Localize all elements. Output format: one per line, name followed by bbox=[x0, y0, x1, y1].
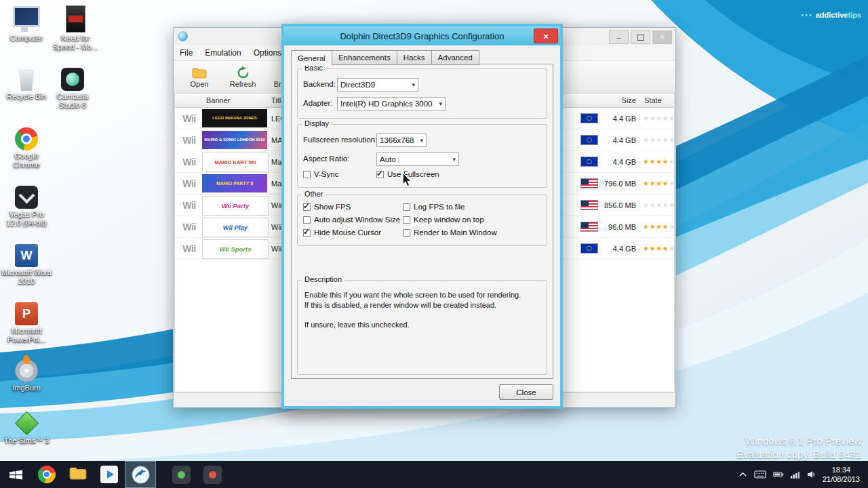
keep-window-on-top-checkbox[interactable]: Keep window on top bbox=[403, 215, 484, 224]
vsync-checkbox[interactable]: V-Sync bbox=[303, 169, 338, 179]
camtasia-icon bbox=[61, 61, 84, 91]
taskbar: 18:34 21/08/2013 bbox=[0, 461, 868, 488]
column-size[interactable]: Size bbox=[599, 94, 636, 107]
wii-platform-logo: Wii bbox=[178, 129, 201, 150]
desktop-icon-vegas-pro[interactable]: Vegas Pro 12.0 (64-bit) bbox=[1, 179, 52, 227]
icon-label: Recycle Bin bbox=[7, 92, 46, 101]
adapter-dropdown[interactable]: Intel(R) HD Graphics 3000 ▾ bbox=[337, 97, 446, 110]
checkbox-icon bbox=[303, 171, 311, 178]
aspect-ratio-value: Auto bbox=[380, 155, 396, 163]
site-watermark: •••addictivetips bbox=[801, 11, 861, 19]
desktop-icon-chrome[interactable]: Google Chrome bbox=[1, 121, 52, 169]
hide-mouse-cursor-checkbox[interactable]: Hide Mouse Cursor bbox=[303, 228, 381, 237]
network-icon[interactable] bbox=[791, 471, 800, 479]
wii-platform-logo: Wii bbox=[178, 108, 201, 129]
app-icon bbox=[203, 466, 222, 484]
desktop-icon-sims3[interactable]: The Sims™ 3 bbox=[1, 405, 52, 445]
log-fps-checkbox[interactable]: Log FPS to file bbox=[403, 202, 465, 211]
taskbar-app-green[interactable] bbox=[165, 461, 197, 488]
battery-icon[interactable] bbox=[773, 471, 784, 478]
use-fullscreen-checkbox[interactable]: Use Fullscreen bbox=[376, 169, 439, 179]
wii-platform-logo: Wii bbox=[178, 195, 201, 216]
taskbar-file-explorer[interactable] bbox=[62, 461, 94, 488]
dots-icon: ••• bbox=[801, 11, 813, 19]
game-banner: Wii Play bbox=[202, 218, 269, 237]
icon-label: Microsoft PowerPoi... bbox=[1, 327, 52, 344]
aspect-ratio-dropdown[interactable]: Auto ▾ bbox=[376, 152, 459, 166]
icon-label: Camtasia Studio 8 bbox=[47, 92, 98, 109]
rating-stars: ★★★★★ bbox=[643, 129, 675, 150]
region-flag bbox=[580, 113, 598, 123]
tray-time: 18:34 bbox=[823, 465, 860, 474]
taskbar-media-player[interactable] bbox=[94, 461, 125, 488]
description-line: If this is disabled, a render window wil… bbox=[304, 300, 540, 310]
region-flag bbox=[580, 135, 598, 145]
taskbar-clock[interactable]: 18:34 21/08/2013 bbox=[823, 465, 860, 485]
chevron-down-icon: ▾ bbox=[408, 81, 415, 88]
show-fps-checkbox[interactable]: Show FPS bbox=[303, 202, 351, 211]
column-banner[interactable]: Banner bbox=[206, 94, 230, 107]
auto-adjust-window-size-checkbox[interactable]: Auto adjust Window Size bbox=[303, 215, 400, 224]
taskbar-chrome[interactable] bbox=[31, 461, 62, 488]
display-group: Display Fullscreen resolution: 1366x768 … bbox=[297, 124, 547, 188]
show-hidden-icons-chevron[interactable] bbox=[738, 472, 747, 478]
adapter-label: Adapter: bbox=[303, 99, 332, 107]
dialog-close-button[interactable]: × bbox=[534, 28, 558, 43]
volume-icon[interactable] bbox=[807, 470, 816, 479]
wii-platform-logo: Wii bbox=[178, 151, 201, 172]
rating-stars: ★★★★★ bbox=[643, 173, 675, 194]
render-to-main-window-checkbox[interactable]: Render to Main Window bbox=[403, 228, 497, 237]
tab-general[interactable]: General bbox=[291, 50, 332, 66]
rating-stars: ★★★★★ bbox=[643, 195, 675, 216]
icon-label: ImgBurn bbox=[12, 384, 41, 392]
close-button[interactable]: Close bbox=[499, 384, 553, 400]
folder-icon bbox=[192, 66, 207, 80]
desktop-icon-word[interactable]: W Microsoft Word 2010 bbox=[1, 237, 52, 285]
game-size: 4.4 GB bbox=[599, 151, 636, 172]
wii-platform-logo: Wii bbox=[178, 216, 201, 237]
desktop-icon-powerpoint[interactable]: P Microsoft PowerPoi... bbox=[1, 296, 52, 344]
description-line: Enable this if you want the whole screen… bbox=[304, 290, 540, 300]
column-state[interactable]: State bbox=[644, 94, 662, 107]
start-button[interactable] bbox=[0, 461, 31, 488]
minimize-button[interactable]: – bbox=[609, 30, 629, 44]
tab-enhancements[interactable]: Enhancements bbox=[332, 50, 397, 65]
backend-value: Direct3D9 bbox=[340, 81, 375, 89]
desktop-icon-recycle-bin[interactable]: Recycle Bin bbox=[1, 61, 52, 101]
backend-dropdown[interactable]: Direct3D9 ▾ bbox=[337, 78, 418, 92]
resolution-value: 1366x768 bbox=[380, 136, 414, 144]
checkbox-label: Log FPS to file bbox=[414, 203, 465, 211]
menu-emulation[interactable]: Emulation bbox=[199, 46, 247, 60]
taskbar-dolphin[interactable] bbox=[125, 461, 156, 488]
os-watermark-line1: Windows 8.1 Pro Preview bbox=[736, 434, 861, 448]
resolution-label: Fullscreen resolution: bbox=[303, 136, 377, 144]
desktop-icon-imgburn[interactable]: ImgBurn bbox=[1, 352, 52, 392]
checkbox-label: Keep window on top bbox=[414, 216, 484, 224]
game-banner: Wii Sports bbox=[202, 239, 269, 259]
menu-file[interactable]: File bbox=[174, 46, 199, 60]
checkbox-label: Auto adjust Window Size bbox=[314, 216, 400, 224]
taskbar-app-red[interactable] bbox=[197, 461, 228, 488]
resolution-dropdown[interactable]: 1366x768 ▾ bbox=[376, 134, 427, 147]
window-close-button[interactable]: × bbox=[652, 30, 672, 44]
rating-stars: ★★★★★ bbox=[643, 151, 675, 172]
tab-advanced[interactable]: Advanced bbox=[431, 50, 479, 65]
game-banner: MARIO & SONIC LONDON 2012 bbox=[202, 131, 267, 149]
region-flag bbox=[580, 157, 598, 167]
maximize-button[interactable] bbox=[631, 30, 650, 44]
desktop-icon-computer[interactable]: Computer bbox=[1, 3, 52, 43]
desktop-icon-need-for-speed[interactable]: Need for Speed - Mo... bbox=[50, 3, 100, 51]
other-group: Other Show FPS Log FPS to file Auto adju… bbox=[297, 195, 547, 246]
refresh-button[interactable]: Refresh bbox=[226, 66, 259, 88]
region-flag bbox=[580, 222, 598, 232]
desktop-icon-camtasia[interactable]: Camtasia Studio 8 bbox=[47, 61, 98, 109]
icon-label: The Sims™ 3 bbox=[4, 436, 50, 445]
tab-hacks[interactable]: Hacks bbox=[397, 50, 432, 65]
chevron-down-icon: ▾ bbox=[416, 137, 423, 144]
game-size: 796.0 MB bbox=[599, 173, 636, 194]
open-button[interactable]: Open bbox=[183, 66, 216, 88]
checkbox-label: Show FPS bbox=[314, 203, 351, 211]
rating-stars: ★★★★★ bbox=[643, 216, 675, 237]
keyboard-icon[interactable] bbox=[754, 470, 766, 479]
dialog-title: Dolphin Direct3D9 Graphics Configuration bbox=[340, 31, 504, 41]
